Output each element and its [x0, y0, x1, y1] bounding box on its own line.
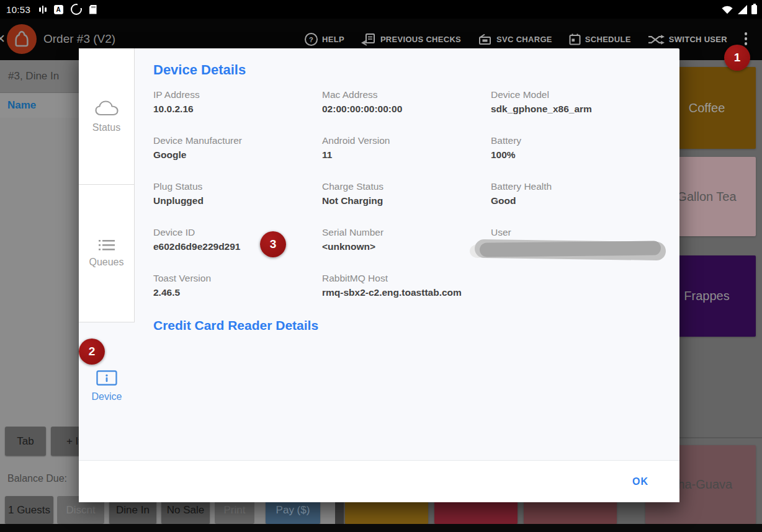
- order-title: Order #3 (V2): [43, 32, 115, 46]
- overflow-menu-button[interactable]: [743, 31, 749, 47]
- wifi-icon: [721, 5, 733, 14]
- status-bar-clock: 10:53: [6, 4, 30, 15]
- balance-due-label: Balance Due:: [7, 473, 67, 484]
- field-serial-number: Serial Number <unknown>: [322, 227, 491, 273]
- close-order-icon[interactable]: ✕: [0, 32, 6, 46]
- field-mac-address: Mac Address 02:00:00:00:00:00: [322, 89, 491, 135]
- field-toast-version: Toast Version 2.46.5: [153, 273, 322, 319]
- tab-label: Status: [92, 122, 120, 133]
- previous-checks-icon: [361, 33, 376, 46]
- device-details-dialog: Status Queues Device Device Details IP A…: [79, 48, 679, 502]
- field-android-version: Android Version 11: [322, 135, 491, 181]
- cloud-icon: [95, 100, 119, 117]
- android-status-bar: 10:53 A: [0, 0, 762, 19]
- credit-card-reader-title: Credit Card Reader Details: [153, 318, 318, 333]
- toast-logo[interactable]: [7, 24, 37, 54]
- switch-user-button[interactable]: SWITCH USER: [648, 34, 727, 45]
- field-rabbitmq-host: RabbitMQ Host rmq-sbx2-c2.eng.toasttab.c…: [322, 273, 660, 319]
- annotation-badge-3: 3: [260, 231, 286, 257]
- svc-charge-icon: [478, 34, 492, 45]
- field-battery-health: Battery Health Good: [491, 181, 660, 227]
- tab-button[interactable]: Tab: [5, 427, 46, 456]
- tab-label: Device: [92, 391, 122, 402]
- field-ip-address: IP Address 10.0.2.16: [153, 89, 322, 135]
- toast-bread-icon: [11, 29, 32, 50]
- ok-button[interactable]: OK: [627, 471, 653, 492]
- queue-list-icon: [99, 239, 115, 251]
- bottom-bar: [0, 524, 762, 532]
- field-plug-status: Plug Status Unplugged: [153, 181, 322, 227]
- previous-checks-button[interactable]: PREVIOUS CHECKS: [361, 33, 461, 46]
- field-battery: Battery 100%: [491, 135, 660, 181]
- battery-icon: [751, 5, 757, 14]
- field-device-model: Device Model sdk_gphone_x86_arm: [491, 89, 660, 135]
- vibrate-icon: [39, 5, 47, 14]
- field-device-id: Device ID e602d6d9e229d291: [153, 227, 322, 273]
- dialog-footer: OK: [79, 460, 679, 502]
- schedule-button[interactable]: SCHEDULE: [569, 33, 631, 45]
- dialog-title: Device Details: [153, 62, 246, 78]
- svc-charge-button[interactable]: SVC CHARGE: [478, 34, 552, 45]
- help-button[interactable]: ? HELP: [305, 33, 344, 46]
- guests-button[interactable]: 1 Guests: [5, 496, 53, 524]
- tile-label: Gallon Tea: [677, 190, 736, 204]
- tile-label: Frappes: [684, 289, 729, 303]
- annotation-badge-2: 2: [79, 339, 105, 365]
- data-saver-icon: [71, 4, 82, 15]
- tab-queues[interactable]: Queues: [79, 185, 135, 322]
- annotation-badge-1: 1: [724, 45, 750, 71]
- device-details-fields: IP Address 10.0.2.16 Mac Address 02:00:0…: [153, 89, 660, 319]
- sim-card-icon: [89, 5, 97, 14]
- schedule-calendar-icon: [569, 33, 581, 45]
- tile-label: Coffee: [689, 101, 725, 115]
- field-user: User: [491, 227, 660, 273]
- redaction-scribble: [480, 241, 661, 257]
- tab-status[interactable]: Status: [79, 48, 135, 185]
- tab-label: Queues: [89, 257, 123, 268]
- device-info-icon: [96, 370, 117, 386]
- auto-rotate-icon: A: [54, 5, 63, 14]
- field-charge-status: Charge Status Not Charging: [322, 181, 491, 227]
- cell-signal-icon: [738, 5, 747, 14]
- switch-user-shuffle-icon: [648, 34, 665, 45]
- help-icon: ?: [305, 33, 318, 46]
- field-device-manufacturer: Device Manufacturer Google: [153, 135, 322, 181]
